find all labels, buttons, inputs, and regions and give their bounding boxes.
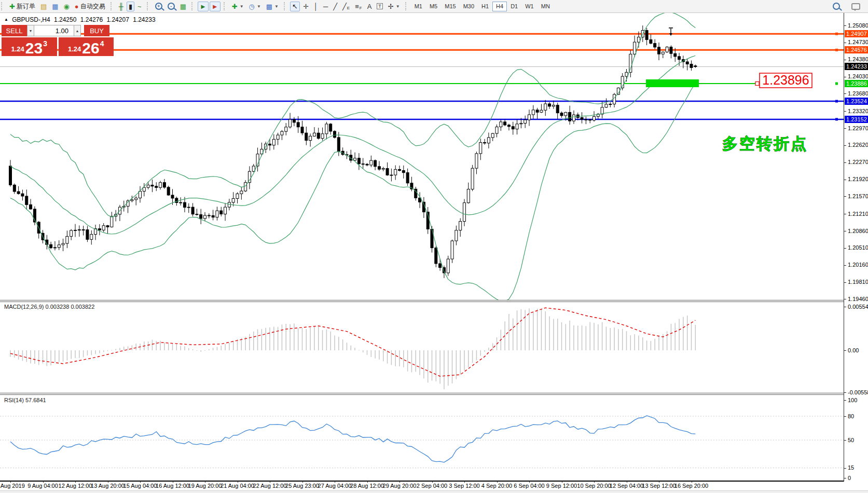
text-label-button[interactable]: T (375, 2, 385, 11)
zoom-out-button[interactable]: - (166, 2, 177, 11)
time-axis[interactable]: 7 Aug 20199 Aug 04:0012 Aug 12:0013 Aug … (0, 482, 844, 490)
time-tick-label: 15 Aug 04:00 (123, 483, 157, 489)
turning-point-annotation[interactable]: 多空转折点 (722, 135, 808, 152)
ohlc-high: 1.24276 (80, 16, 103, 23)
timeframe-mn[interactable]: MN (538, 2, 554, 11)
magnifier-icon: - (168, 3, 175, 10)
sell-price[interactable]: 1.24 23 3 (2, 37, 57, 56)
chart-shift-icon: ► (212, 3, 218, 10)
timeframe-m30[interactable]: M30 (460, 2, 478, 11)
toolbar-group-timeframes: M1M5M15M30H1H4D1W1MN (409, 0, 555, 12)
macd-panel-canvas[interactable] (0, 302, 844, 393)
time-tick-label: 21 Aug 04:00 (221, 483, 254, 489)
toolbar-right (830, 2, 868, 11)
timeframe-h1[interactable]: H1 (478, 2, 492, 11)
new-order-button[interactable]: ✚新订单 (7, 2, 37, 11)
panel-separator[interactable] (0, 300, 868, 302)
timeframe-h4[interactable]: H4 (492, 2, 507, 11)
macd-tick-label: -0.005583 (848, 389, 868, 395)
toolbar-group-objects: ↖✛│─╱╱E≡FAT✢▼ (288, 0, 404, 12)
time-tick (108, 481, 108, 483)
magnifier-icon: + (155, 3, 162, 10)
auto-trading-button[interactable]: ●自动交易 (73, 2, 107, 11)
time-tick (75, 481, 76, 483)
vertical-line-button[interactable]: │ (312, 2, 320, 11)
buy-button[interactable]: BUY (84, 25, 109, 36)
arrows-button[interactable]: ✢▼ (386, 2, 402, 11)
timeframe-m5[interactable]: M5 (426, 2, 441, 11)
sell-button[interactable]: SELL (2, 25, 27, 36)
fibonacci-button[interactable]: ≡F (353, 2, 364, 11)
chat-icon (851, 3, 860, 10)
timeframe-m1[interactable]: M1 (411, 2, 426, 11)
time-tick (497, 481, 498, 483)
price-axis[interactable]: 1.250801.247301.243801.240301.236801.233… (844, 13, 868, 482)
time-tick (270, 481, 270, 483)
auto-scroll-button[interactable]: ► (198, 2, 209, 11)
bar-chart-button[interactable]: ╫ (117, 2, 126, 11)
templates-button[interactable]: ▩▼ (264, 2, 281, 11)
collapse-panel-arrow[interactable]: ▲ (4, 17, 8, 22)
time-tick-label: 22 Aug 12:00 (253, 483, 287, 489)
crosshair-button[interactable]: ✛ (301, 2, 311, 11)
time-tick (627, 481, 627, 483)
price-tick-label: 1.25080 (848, 22, 868, 29)
text-button[interactable]: A (365, 2, 374, 11)
toolbar-grip (1, 2, 3, 10)
rsi-tick-label: 0 (848, 475, 851, 481)
axis-tick (844, 392, 846, 393)
svg-text:1.23896: 1.23896 (762, 73, 809, 87)
axis-tick (844, 93, 846, 94)
volume-increase-button[interactable]: ▲ (74, 25, 81, 36)
chart-shift-button[interactable]: ► (210, 2, 221, 11)
axis-tick (844, 128, 846, 129)
search-button[interactable] (831, 2, 842, 11)
timeframe-w1[interactable]: W1 (521, 2, 538, 11)
support-zone-rectangle[interactable] (646, 79, 699, 87)
axis-tick (844, 478, 846, 478)
volume-input[interactable] (34, 25, 74, 36)
bollinger-bands (10, 13, 695, 300)
icon-subscript: F (360, 6, 362, 10)
time-tick (43, 481, 44, 483)
chat-button[interactable] (849, 2, 862, 11)
volume-decrease-button[interactable]: ▼ (27, 25, 34, 36)
navigator-button[interactable]: ◉ (62, 2, 72, 11)
price-tick-label: 1.22970 (848, 125, 868, 131)
tile-windows-button[interactable]: ▦ (178, 2, 188, 11)
horizontal-line-button[interactable]: ─ (321, 2, 330, 11)
rsi-panel-canvas[interactable] (0, 395, 844, 482)
zoom-in-button[interactable]: + (153, 2, 164, 11)
navigator-icon: ◉ (64, 3, 70, 10)
timeframe-d1[interactable]: D1 (507, 2, 521, 11)
crosshair-icon: ✛ (303, 3, 309, 10)
time-tick-label: 9 Aug 04:00 (27, 483, 58, 489)
time-tick-label: 16 Aug 12:00 (156, 483, 189, 489)
periods-button[interactable]: ◷▼ (247, 2, 263, 11)
buy-price[interactable]: 1.24 26 4 (59, 37, 114, 56)
rsi-tick-label: 100 (848, 397, 857, 403)
channel-button[interactable]: ╱E (340, 2, 352, 11)
cursor-button[interactable]: ↖ (290, 2, 300, 11)
chart-header: ▲ GBPUSD-,H4 1.24250 1.24276 1.24207 1.2… (4, 16, 158, 23)
data-window-button[interactable]: ▦ (50, 2, 60, 11)
text-label-icon: T (377, 3, 383, 9)
trendline-button[interactable]: ╱ (331, 2, 339, 11)
horizontal-line-objects[interactable] (0, 33, 844, 121)
panel-separator[interactable] (0, 393, 868, 395)
indicators-button[interactable]: ✚▼ (230, 2, 246, 11)
line-chart-button[interactable]: ~ (135, 2, 144, 11)
time-tick (432, 481, 433, 483)
timeframe-m15[interactable]: M15 (441, 2, 459, 11)
hline-price-box: 1.23524 (845, 98, 868, 105)
auto-scroll-icon: ► (200, 3, 206, 10)
price-callout[interactable]: 1.23896 (755, 73, 812, 88)
market-watch-button[interactable]: ▤ (38, 2, 49, 11)
indicators-icon: ✚ (232, 3, 238, 10)
toolbar-group-chart-type: ╫▮~ (115, 0, 146, 12)
time-tick-label: 9 Sep 12:00 (546, 483, 577, 489)
time-tick-label: 16 Sep 20:00 (674, 483, 708, 489)
candlestick-chart-button[interactable]: ▮ (127, 2, 134, 11)
main-chart-canvas[interactable]: 1.23896多空转折点 (0, 13, 844, 300)
time-tick (335, 481, 335, 483)
